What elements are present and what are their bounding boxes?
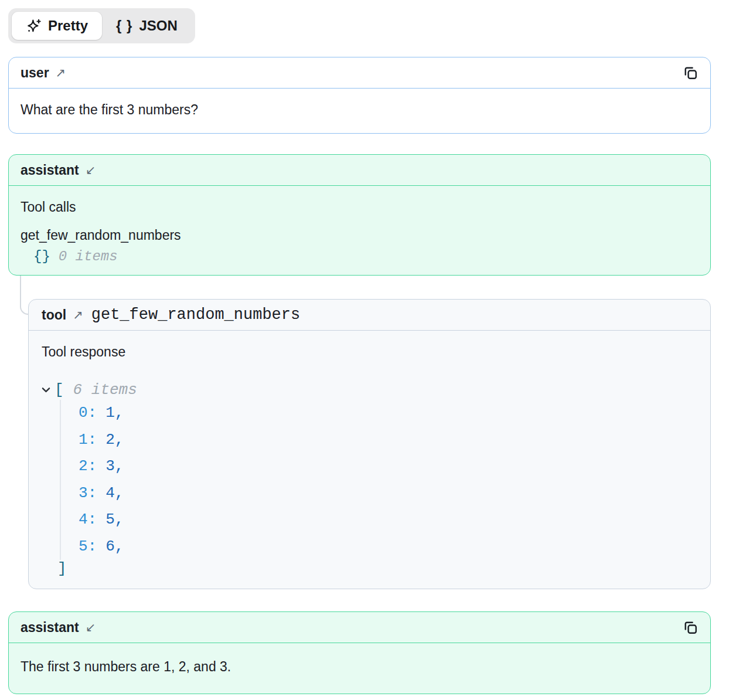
entry-key: 1: bbox=[79, 431, 97, 448]
incoming-arrow-icon: ↙ bbox=[86, 619, 96, 636]
tree-entry: 2:3, bbox=[79, 453, 697, 480]
json-tree-root-row: [ 6 items bbox=[42, 381, 697, 399]
json-tree: [ 6 items 0:1, 1:2, 2:3, 3:4, 4:5, 5:6, … bbox=[42, 381, 697, 577]
tree-entry: 4:5, bbox=[79, 507, 697, 534]
entry-key: 3: bbox=[79, 484, 97, 502]
entry-key: 2: bbox=[79, 457, 97, 475]
entry-value: 4, bbox=[105, 484, 124, 502]
assistant-reply-header: assistant ↙ bbox=[9, 612, 710, 643]
entry-value: 6, bbox=[105, 538, 124, 555]
entry-value: 1, bbox=[105, 404, 124, 422]
tool-message-body: Tool response [ 6 items 0:1, 1:2, bbox=[29, 331, 710, 589]
trace-view: Pretty { } JSON user ↗ What are the firs… bbox=[0, 0, 729, 700]
items-count: 6 items bbox=[73, 381, 137, 399]
toggle-option-pretty[interactable]: Pretty bbox=[12, 12, 102, 40]
assistant-tool-call-card: assistant ↙ Tool calls get_few_random_nu… bbox=[8, 154, 711, 276]
tool-name: get_few_random_numbers bbox=[91, 307, 300, 323]
outgoing-arrow-icon: ↗ bbox=[73, 307, 83, 323]
assistant-tool-call-body: Tool calls get_few_random_numbers {}0 it… bbox=[9, 186, 710, 275]
tool-call-args: {}0 items bbox=[21, 248, 699, 266]
incoming-arrow-icon: ↙ bbox=[86, 162, 96, 178]
tree-entry: 3:4, bbox=[79, 480, 697, 507]
outgoing-arrow-icon: ↗ bbox=[56, 64, 66, 81]
user-message-header: user ↗ bbox=[9, 57, 710, 89]
entry-value: 5, bbox=[105, 511, 124, 528]
args-count: 0 items bbox=[59, 249, 118, 264]
entry-value: 3, bbox=[105, 457, 124, 475]
tool-response-heading: Tool response bbox=[42, 344, 697, 360]
entry-key: 5: bbox=[79, 538, 97, 555]
copy-icon bbox=[683, 65, 698, 80]
open-bracket: [ bbox=[54, 381, 64, 399]
assistant-tool-call-header: assistant ↙ bbox=[9, 155, 710, 186]
entry-key: 0: bbox=[79, 404, 97, 422]
tree-entry: 1:2, bbox=[79, 427, 697, 454]
json-tree-children: 0:1, 1:2, 2:3, 3:4, 4:5, 5:6, bbox=[60, 400, 697, 560]
role-label: tool bbox=[42, 307, 66, 323]
copy-icon bbox=[683, 620, 698, 635]
tree-entry: 5:6, bbox=[79, 534, 697, 560]
tool-call-name: get_few_random_numbers bbox=[21, 227, 699, 243]
user-message-content: What are the first 3 numbers? bbox=[9, 89, 710, 133]
json-label: JSON bbox=[139, 18, 177, 34]
toggle-option-json[interactable]: { } JSON bbox=[102, 12, 192, 40]
entry-value: 2, bbox=[105, 431, 124, 448]
pretty-label: Pretty bbox=[48, 18, 88, 34]
copy-button[interactable] bbox=[682, 64, 699, 81]
connector-elbow bbox=[20, 276, 29, 315]
role-label: assistant bbox=[21, 162, 79, 178]
tool-message-card: tool ↗ get_few_random_numbers Tool respo… bbox=[28, 299, 711, 589]
tool-calls-heading: Tool calls bbox=[21, 199, 699, 215]
assistant-reply-card: assistant ↙ The first 3 numbers are 1, 2… bbox=[8, 611, 711, 694]
chevron-down-icon[interactable] bbox=[42, 387, 50, 393]
tool-message-header: tool ↗ get_few_random_numbers bbox=[29, 300, 710, 331]
copy-button[interactable] bbox=[682, 619, 699, 636]
role-label: assistant bbox=[21, 619, 79, 636]
close-bracket: ] bbox=[57, 560, 697, 577]
braces-glyph: {} bbox=[33, 249, 50, 264]
tool-message-wrap: tool ↗ get_few_random_numbers Tool respo… bbox=[28, 299, 711, 589]
view-toggle: Pretty { } JSON bbox=[8, 8, 195, 43]
braces-icon: { } bbox=[116, 18, 132, 34]
assistant-reply-content: The first 3 numbers are 1, 2, and 3. bbox=[9, 643, 710, 694]
sparkle-icon bbox=[26, 18, 42, 34]
role-label: user bbox=[21, 64, 49, 81]
tree-entry: 0:1, bbox=[79, 400, 697, 427]
user-message-card: user ↗ What are the first 3 numbers? bbox=[8, 57, 711, 134]
entry-key: 4: bbox=[79, 511, 97, 528]
